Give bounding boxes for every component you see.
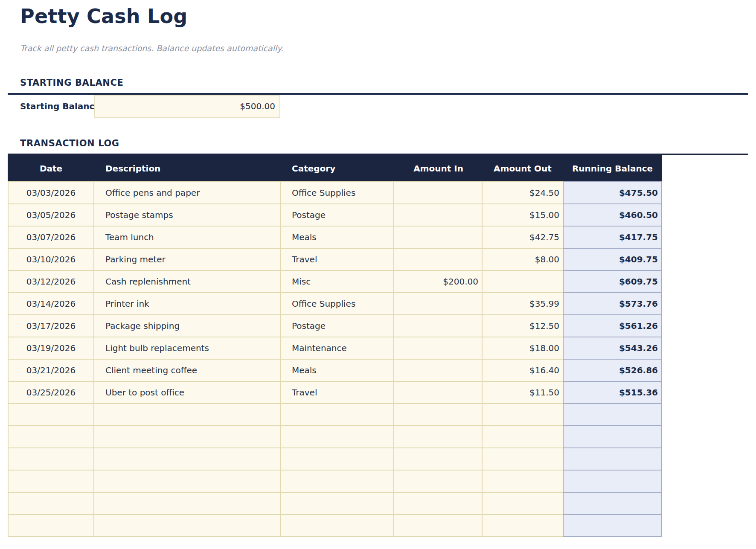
column-header-amount-out: Amount Out bbox=[483, 155, 563, 181]
cell-date[interactable]: 03/05/2026 bbox=[8, 204, 94, 227]
cell-date[interactable]: 03/10/2026 bbox=[8, 249, 94, 271]
cell-amount-out[interactable] bbox=[483, 515, 563, 537]
cell-category[interactable]: Office Supplies bbox=[281, 181, 394, 204]
transaction-table: DateDescriptionCategoryAmount InAmount O… bbox=[8, 155, 662, 537]
cell-amount-in[interactable] bbox=[394, 337, 483, 360]
cell-description[interactable] bbox=[94, 426, 281, 448]
cell-amount-out[interactable] bbox=[483, 448, 563, 471]
cell-date[interactable] bbox=[8, 426, 94, 448]
cell-amount-in[interactable] bbox=[394, 404, 483, 426]
cell-date[interactable] bbox=[8, 471, 94, 493]
cell-description[interactable]: Uber to post office bbox=[94, 382, 281, 404]
starting-balance-row: Starting Balance $500.00 bbox=[0, 95, 756, 118]
empty-row bbox=[8, 426, 662, 448]
cell-category[interactable] bbox=[281, 448, 394, 471]
cell-amount-in[interactable] bbox=[394, 471, 483, 493]
cell-description[interactable]: Parking meter bbox=[94, 249, 281, 271]
cell-amount-out[interactable]: $8.00 bbox=[483, 249, 563, 271]
column-header-amount-in: Amount In bbox=[394, 155, 483, 181]
cell-amount-in[interactable] bbox=[394, 493, 483, 515]
cell-balance: $543.26 bbox=[563, 337, 662, 360]
cell-description[interactable]: Team lunch bbox=[94, 227, 281, 249]
cell-amount-out[interactable]: $15.00 bbox=[483, 204, 563, 227]
cell-amount-in[interactable] bbox=[394, 249, 483, 271]
cell-category[interactable]: Office Supplies bbox=[281, 293, 394, 315]
transaction-row: 03/19/2026Light bulb replacementsMainten… bbox=[8, 337, 662, 360]
transaction-table-wrap: DateDescriptionCategoryAmount InAmount O… bbox=[8, 154, 748, 537]
cell-description[interactable]: Printer ink bbox=[94, 293, 281, 315]
cell-description[interactable] bbox=[94, 404, 281, 426]
cell-date[interactable]: 03/07/2026 bbox=[8, 227, 94, 249]
cell-amount-out[interactable]: $35.99 bbox=[483, 293, 563, 315]
transaction-log-section: TRANSACTION LOG DateDescriptionCategoryA… bbox=[0, 138, 756, 537]
cell-date[interactable] bbox=[8, 404, 94, 426]
transaction-row: 03/25/2026Uber to post officeTravel$11.5… bbox=[8, 382, 662, 404]
cell-amount-in[interactable] bbox=[394, 515, 483, 537]
cell-amount-out[interactable] bbox=[483, 471, 563, 493]
cell-date[interactable]: 03/21/2026 bbox=[8, 360, 94, 382]
cell-amount-in[interactable] bbox=[394, 382, 483, 404]
transaction-row: 03/05/2026Postage stampsPostage$15.00$46… bbox=[8, 204, 662, 227]
cell-amount-in[interactable] bbox=[394, 448, 483, 471]
cell-amount-in[interactable]: $200.00 bbox=[394, 271, 483, 293]
cell-date[interactable] bbox=[8, 515, 94, 537]
cell-amount-out[interactable] bbox=[483, 493, 563, 515]
cell-description[interactable] bbox=[94, 471, 281, 493]
cell-description[interactable]: Client meeting coffee bbox=[94, 360, 281, 382]
cell-category[interactable] bbox=[281, 471, 394, 493]
empty-row bbox=[8, 493, 662, 515]
empty-row bbox=[8, 448, 662, 471]
cell-description[interactable]: Cash replenishment bbox=[94, 271, 281, 293]
cell-amount-out[interactable] bbox=[483, 271, 563, 293]
cell-category[interactable]: Meals bbox=[281, 227, 394, 249]
cell-amount-out[interactable]: $11.50 bbox=[483, 382, 563, 404]
starting-balance-input[interactable]: $500.00 bbox=[94, 95, 280, 118]
cell-date[interactable] bbox=[8, 493, 94, 515]
cell-date[interactable]: 03/17/2026 bbox=[8, 315, 94, 337]
cell-amount-in[interactable] bbox=[394, 204, 483, 227]
cell-category[interactable]: Maintenance bbox=[281, 337, 394, 360]
cell-category[interactable]: Postage bbox=[281, 204, 394, 227]
cell-category[interactable]: Travel bbox=[281, 249, 394, 271]
cell-category[interactable]: Meals bbox=[281, 360, 394, 382]
cell-description[interactable]: Postage stamps bbox=[94, 204, 281, 227]
cell-category[interactable] bbox=[281, 515, 394, 537]
cell-description[interactable]: Light bulb replacements bbox=[94, 337, 281, 360]
cell-description[interactable]: Office pens and paper bbox=[94, 181, 281, 204]
cell-date[interactable] bbox=[8, 448, 94, 471]
cell-category[interactable] bbox=[281, 404, 394, 426]
starting-balance-heading: STARTING BALANCE bbox=[20, 78, 756, 88]
cell-amount-out[interactable]: $12.50 bbox=[483, 315, 563, 337]
cell-amount-in[interactable] bbox=[394, 181, 483, 204]
cell-balance: $475.50 bbox=[563, 181, 662, 204]
cell-description[interactable] bbox=[94, 493, 281, 515]
cell-description[interactable] bbox=[94, 515, 281, 537]
cell-category[interactable]: Misc bbox=[281, 271, 394, 293]
cell-date[interactable]: 03/03/2026 bbox=[8, 181, 94, 204]
cell-description[interactable] bbox=[94, 448, 281, 471]
cell-date[interactable]: 03/19/2026 bbox=[8, 337, 94, 360]
cell-amount-in[interactable] bbox=[394, 360, 483, 382]
cell-amount-out[interactable] bbox=[483, 404, 563, 426]
cell-amount-out[interactable]: $42.75 bbox=[483, 227, 563, 249]
cell-amount-out[interactable]: $24.50 bbox=[483, 181, 563, 204]
cell-description[interactable]: Package shipping bbox=[94, 315, 281, 337]
transaction-row: 03/21/2026Client meeting coffeeMeals$16.… bbox=[8, 360, 662, 382]
cell-balance: $573.76 bbox=[563, 293, 662, 315]
cell-amount-out[interactable] bbox=[483, 426, 563, 448]
cell-amount-out[interactable]: $18.00 bbox=[483, 337, 563, 360]
cell-category[interactable]: Travel bbox=[281, 382, 394, 404]
cell-balance: $609.75 bbox=[563, 271, 662, 293]
cell-amount-in[interactable] bbox=[394, 293, 483, 315]
cell-date[interactable]: 03/25/2026 bbox=[8, 382, 94, 404]
cell-category[interactable]: Postage bbox=[281, 315, 394, 337]
cell-category[interactable] bbox=[281, 493, 394, 515]
table-header-row: DateDescriptionCategoryAmount InAmount O… bbox=[8, 155, 662, 181]
cell-amount-in[interactable] bbox=[394, 426, 483, 448]
cell-amount-in[interactable] bbox=[394, 227, 483, 249]
cell-category[interactable] bbox=[281, 426, 394, 448]
cell-amount-out[interactable]: $16.40 bbox=[483, 360, 563, 382]
cell-date[interactable]: 03/14/2026 bbox=[8, 293, 94, 315]
cell-date[interactable]: 03/12/2026 bbox=[8, 271, 94, 293]
cell-amount-in[interactable] bbox=[394, 315, 483, 337]
